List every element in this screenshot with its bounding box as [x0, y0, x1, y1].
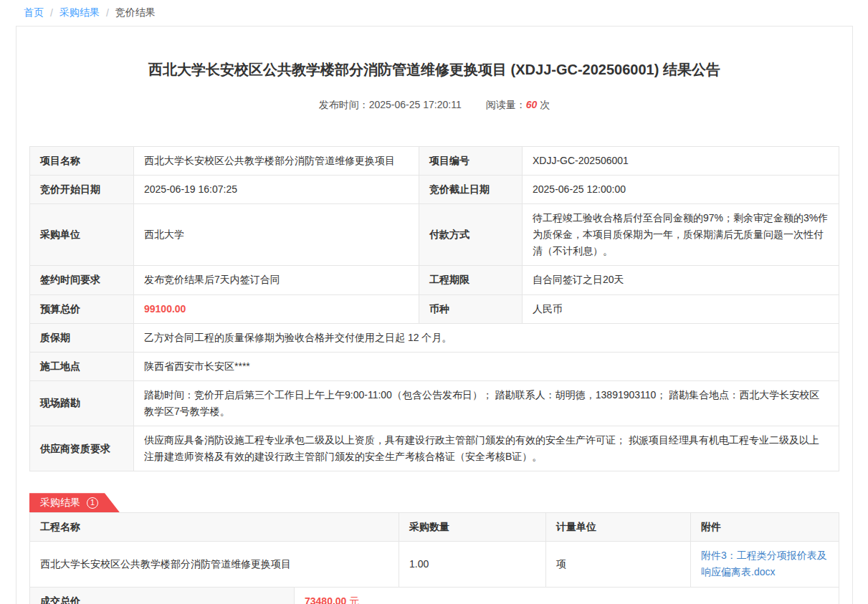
publish-time-value: 2025-06-25 17:20:11: [369, 99, 462, 110]
info-value-signing-time: 发布竞价结果后7天内签订合同: [134, 266, 419, 294]
publish-time-label: 发布时间：: [319, 99, 369, 110]
breadcrumb-separator: /: [106, 7, 109, 19]
table-row: 签约时间要求 发布竞价结果后7天内签订合同 工程期限 自合同签订之日20天: [30, 266, 839, 294]
project-info-table: 项目名称 西北大学长安校区公共教学楼部分消防管道维修更换项目 项目编号 XDJJ…: [29, 146, 839, 471]
table-row: 供应商资质要求 供应商应具备消防设施工程专业承包二级及以上资质，具有建设行政主管…: [30, 426, 839, 471]
announcement-card: 西北大学长安校区公共教学楼部分消防管道维修更换项目 (XDJJ-GC-20250…: [16, 26, 853, 604]
breadcrumb-current: 竞价结果: [115, 6, 156, 19]
info-label-purchaser: 采购单位: [30, 204, 134, 266]
result-header-project-name: 工程名称: [30, 513, 399, 542]
info-label-construction-site: 施工地点: [30, 352, 134, 380]
info-value-bid-end: 2025-06-25 12:00:00: [523, 176, 839, 204]
summary-label-total-price: 成交总价: [30, 587, 295, 604]
deal-price-value: 73480.00: [305, 595, 346, 604]
result-summary-table: 成交总价 73480.00 元 成交供应商 陕西华川建设工程有限公司: [29, 587, 839, 604]
info-value-payment-method: 待工程竣工验收合格后付至合同金额的97%；剩余审定金额的3%作为质保金，本项目质…: [523, 204, 839, 266]
table-header-row: 工程名称 采购数量 计量单位 附件: [30, 513, 839, 542]
table-row: 质保期 乙方对合同工程的质量保修期为验收合格并交付使用之日起 12 个月。: [30, 323, 839, 352]
result-count-badge: 1: [87, 497, 98, 509]
table-row: 预算总价 99100.00 币种 人民币: [30, 294, 839, 323]
info-label-payment-method: 付款方式: [419, 204, 523, 266]
deal-price-unit: 元: [349, 595, 359, 604]
info-value-bid-start: 2025-06-19 16:07:25: [134, 176, 419, 204]
result-unit: 项: [546, 542, 691, 587]
info-label-signing-time: 签约时间要求: [30, 266, 134, 294]
info-label-site-survey: 现场踏勘: [30, 380, 134, 426]
result-header-unit: 计量单位: [546, 513, 691, 542]
info-value-site-survey: 踏勘时间：竞价开启后第三个工作日上午上午9:00-11:00（包含公告发布日）；…: [134, 380, 839, 426]
info-label-project-duration: 工程期限: [419, 266, 523, 294]
views-count: 60: [526, 99, 538, 110]
attachment-link[interactable]: 附件3：工程类分项报价表及响应偏离表.docx: [701, 550, 827, 577]
table-row: 项目名称 西北大学长安校区公共教学楼部分消防管道维修更换项目 项目编号 XDJJ…: [30, 147, 839, 176]
info-value-supplier-qualification: 供应商应具备消防设施工程专业承包二级及以上资质，具有建设行政主管部门颁发的有效的…: [134, 426, 839, 471]
views-label: 阅读量：: [486, 99, 526, 110]
info-value-project-duration: 自合同签订之日20天: [523, 266, 839, 294]
info-value-construction-site: 陕西省西安市长安区****: [134, 352, 839, 380]
table-row: 采购单位 西北大学 付款方式 待工程竣工验收合格后付至合同金额的97%；剩余审定…: [30, 204, 839, 266]
result-header-quantity: 采购数量: [399, 513, 546, 542]
procurement-result-table: 工程名称 采购数量 计量单位 附件 西北大学长安校区公共教学楼部分消防管道维修更…: [29, 512, 839, 587]
procurement-result-tag: 采购结果 1: [29, 493, 120, 512]
table-row: 成交总价 73480.00 元: [30, 587, 839, 604]
info-value-warranty: 乙方对合同工程的质量保修期为验收合格并交付使用之日起 12 个月。: [134, 323, 839, 352]
info-value-project-name: 西北大学长安校区公共教学楼部分消防管道维修更换项目: [134, 147, 419, 176]
info-value-budget-total: 99100.00: [134, 294, 419, 323]
info-value-purchaser: 西北大学: [134, 204, 419, 266]
info-label-project-number: 项目编号: [419, 147, 523, 176]
info-value-currency: 人民币: [523, 294, 839, 323]
breadcrumb: 首页 / 采购结果 / 竞价结果: [0, 0, 868, 26]
info-label-project-name: 项目名称: [30, 147, 134, 176]
views-unit: 次: [540, 99, 550, 110]
breadcrumb-separator: /: [50, 7, 53, 19]
table-row: 西北大学长安校区公共教学楼部分消防管道维修更换项目 1.00 项 附件3：工程类…: [30, 542, 839, 587]
publish-meta: 发布时间：2025-06-25 17:20:11阅读量：60次: [29, 99, 839, 112]
table-row: 竞价开始日期 2025-06-19 16:07:25 竞价截止日期 2025-0…: [30, 176, 839, 204]
breadcrumb-procurement-results-link[interactable]: 采购结果: [59, 6, 100, 19]
page-title: 西北大学长安校区公共教学楼部分消防管道维修更换项目 (XDJJ-GC-20250…: [29, 59, 839, 80]
info-label-warranty: 质保期: [30, 323, 134, 352]
procurement-result-tag-label: 采购结果: [40, 497, 80, 509]
info-label-budget-total: 预算总价: [30, 294, 134, 323]
table-row: 现场踏勘 踏勘时间：竞价开启后第三个工作日上午上午9:00-11:00（包含公告…: [30, 380, 839, 426]
info-value-project-number: XDJJ-GC-202506001: [523, 147, 839, 176]
info-label-supplier-qualification: 供应商资质要求: [30, 426, 134, 471]
result-project-name: 西北大学长安校区公共教学楼部分消防管道维修更换项目: [30, 542, 399, 587]
info-label-bid-end: 竞价截止日期: [419, 176, 523, 204]
result-header-attachment: 附件: [691, 513, 839, 542]
result-quantity: 1.00: [399, 542, 546, 587]
breadcrumb-home-link[interactable]: 首页: [24, 6, 44, 19]
info-label-currency: 币种: [419, 294, 523, 323]
info-label-bid-start: 竞价开始日期: [30, 176, 134, 204]
table-row: 施工地点 陕西省西安市长安区****: [30, 352, 839, 380]
summary-value-total-price: 73480.00 元: [295, 587, 839, 604]
